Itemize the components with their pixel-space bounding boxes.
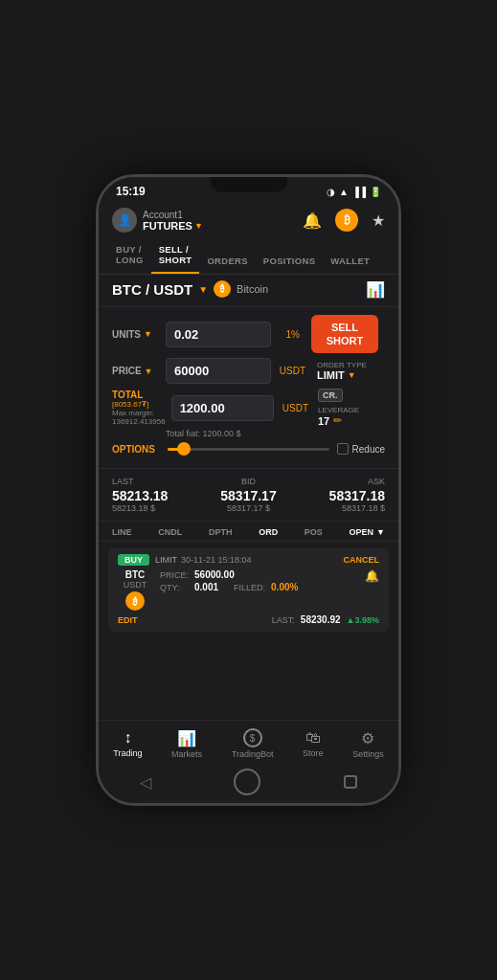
order-coin-icon: ₿ bbox=[125, 591, 145, 611]
pair-dropdown-arrow[interactable]: ▼ bbox=[198, 284, 208, 295]
chart-tab-pos[interactable]: POS bbox=[305, 527, 323, 537]
bid-value: 58317.17 bbox=[220, 488, 276, 503]
tab-orders[interactable]: ORDERS bbox=[199, 250, 255, 274]
pair-coin-symbol: ₿ bbox=[220, 284, 224, 294]
chart-tab-ord[interactable]: ORD bbox=[259, 527, 278, 537]
open-dropdown[interactable]: OPEN ▼ bbox=[350, 527, 385, 537]
nav-trading[interactable]: ↕ Trading bbox=[113, 729, 142, 758]
total-unit: USDT bbox=[280, 403, 308, 413]
trading-pair-name[interactable]: BTC / USDT bbox=[112, 281, 192, 298]
open-arrow: ▼ bbox=[376, 527, 385, 537]
phone-shell: 15:19 ◑ ▲ ▐▐ 🔋 👤 Account1 FUTURES ▼ bbox=[96, 174, 401, 806]
chart-tab-line[interactable]: LINE bbox=[112, 527, 132, 537]
bottom-nav: ↕ Trading 📊 Markets $ TradingBot 🛍 Store… bbox=[99, 720, 398, 765]
order-card-header: BUY LIMIT 30-11-21 15:18:04 CANCEL bbox=[118, 554, 379, 566]
recents-button[interactable] bbox=[344, 775, 357, 789]
chart-tab-cndl[interactable]: CNDL bbox=[158, 527, 182, 537]
slider-thumb[interactable] bbox=[177, 442, 191, 456]
price-arrow[interactable]: ▼ bbox=[145, 367, 153, 376]
tab-wallet[interactable]: WALLET bbox=[323, 250, 377, 274]
ask-col: ASK 58317.18 58317.18 $ bbox=[329, 477, 385, 513]
home-button[interactable] bbox=[234, 768, 260, 795]
order-last-row: LAST: 58230.92 ▲3.98% bbox=[272, 614, 379, 625]
nav-store[interactable]: 🛍 Store bbox=[303, 729, 324, 758]
last-sub: 58213.18 $ bbox=[112, 503, 155, 513]
trading-icon: ↕ bbox=[124, 729, 131, 746]
favorites-icon[interactable]: ★ bbox=[372, 212, 385, 230]
total-input[interactable]: 1200.00 bbox=[171, 395, 274, 421]
order-coin-col: BTC USDT ₿ bbox=[118, 569, 152, 611]
signal-icon: ◑ bbox=[327, 187, 335, 197]
leverage-edit-icon[interactable]: ✏ bbox=[333, 414, 342, 427]
chart-tab-dpth[interactable]: DPTH bbox=[209, 527, 233, 537]
header-left: 👤 Account1 FUTURES ▼ bbox=[112, 208, 203, 233]
divider-2 bbox=[99, 468, 398, 469]
order-price-label: PRICE: bbox=[160, 570, 189, 580]
status-time: 15:19 bbox=[116, 185, 146, 198]
futures-badge[interactable]: FUTURES ▼ bbox=[143, 220, 203, 232]
order-buy-badge: BUY bbox=[118, 554, 149, 566]
order-filled-value: 0.00% bbox=[271, 582, 298, 592]
market-data: LAST 58213.18 58213.18 $ BID 58317.17 58… bbox=[99, 471, 398, 519]
tradingbot-label: TradingBot bbox=[232, 749, 274, 759]
store-label: Store bbox=[303, 748, 324, 758]
order-type-label: ORDER TYPE bbox=[317, 361, 367, 369]
order-type-selector[interactable]: LIMIT ▼ bbox=[317, 369, 356, 381]
units-pct: 1% bbox=[277, 329, 300, 340]
price-input[interactable] bbox=[166, 358, 271, 384]
account-avatar[interactable]: 👤 bbox=[112, 208, 137, 233]
tab-buy-long[interactable]: BUY /LONG bbox=[108, 238, 151, 274]
total-max-value: 136912.413956 bbox=[112, 417, 166, 426]
units-input[interactable] bbox=[166, 322, 271, 347]
back-icon[interactable]: ◁ bbox=[140, 773, 151, 791]
last-label: LAST bbox=[112, 477, 134, 486]
nav-markets[interactable]: 📊 Markets bbox=[171, 729, 202, 759]
markets-label: Markets bbox=[171, 749, 202, 759]
ask-label: ASK bbox=[368, 477, 385, 486]
notification-icon[interactable]: 🔔 bbox=[303, 212, 322, 230]
units-arrow[interactable]: ▼ bbox=[144, 329, 152, 339]
bid-label: BID bbox=[241, 477, 256, 486]
futures-label: FUTURES bbox=[143, 220, 192, 232]
nav-tradingbot[interactable]: $ TradingBot bbox=[232, 728, 274, 759]
tab-positions[interactable]: POSITIONS bbox=[256, 250, 323, 274]
account-label: Account1 bbox=[143, 210, 203, 220]
settings-label: Settings bbox=[352, 749, 384, 759]
tab-sell-short[interactable]: SELL /SHORT bbox=[151, 238, 200, 274]
pair-left: BTC / USDT ▼ ₿ Bitcoin bbox=[112, 280, 268, 298]
order-qty-value: 0.001 bbox=[194, 582, 218, 592]
account-avatar-icon: 👤 bbox=[118, 213, 132, 227]
phone-notch bbox=[211, 177, 287, 192]
cr-badge[interactable]: CR. bbox=[318, 389, 343, 402]
order-bell-icon[interactable]: 🔔 bbox=[365, 569, 379, 583]
total-fiat: Total fiat: 1200.00 $ bbox=[112, 429, 385, 438]
order-last-change: ▲3.98% bbox=[347, 615, 379, 625]
reduce-label: Reduce bbox=[352, 444, 385, 455]
nav-settings[interactable]: ⚙ Settings bbox=[352, 729, 384, 759]
price-row: PRICE ▼ USDT ORDER TYPE LIMIT ▼ bbox=[112, 358, 385, 384]
leverage-row: 17 ✏ bbox=[318, 414, 342, 427]
order-date: 30-11-21 15:18:04 bbox=[181, 555, 252, 565]
bitcoin-icon[interactable]: ₿ bbox=[335, 209, 358, 232]
order-cancel-button[interactable]: CANCEL bbox=[344, 555, 380, 565]
store-icon: 🛍 bbox=[305, 729, 321, 746]
order-last-value: 58230.92 bbox=[301, 614, 341, 625]
order-coin-symbol: ₿ bbox=[133, 596, 138, 607]
chart-bar-icon[interactable]: 📊 bbox=[366, 280, 385, 299]
home-indicator-area: ◁ bbox=[99, 765, 398, 803]
order-header-left: BUY LIMIT 30-11-21 15:18:04 bbox=[118, 554, 252, 566]
total-bracket: [8053.67₮] bbox=[112, 400, 166, 409]
futures-dropdown-arrow: ▼ bbox=[194, 221, 203, 231]
bid-sub: 58317.17 $ bbox=[227, 503, 270, 513]
options-row: OPTIONS Reduce bbox=[112, 443, 385, 455]
app-content: 👤 Account1 FUTURES ▼ 🔔 ₿ ★ bbox=[99, 202, 398, 803]
sell-short-button[interactable]: SELLSHORT bbox=[311, 315, 378, 354]
order-card-body: BTC USDT ₿ PRICE: 56000.00 QTY: bbox=[118, 569, 379, 611]
order-type-arrow: ▼ bbox=[348, 370, 356, 380]
bid-col: BID 58317.17 58317.17 $ bbox=[220, 477, 276, 513]
units-row: UNITS ▼ 1% SELLSHORT bbox=[112, 315, 385, 354]
reduce-checkbox[interactable] bbox=[337, 443, 349, 455]
options-slider[interactable] bbox=[168, 448, 329, 451]
open-label: OPEN bbox=[350, 527, 374, 537]
order-edit-button[interactable]: EDIT bbox=[118, 615, 138, 625]
